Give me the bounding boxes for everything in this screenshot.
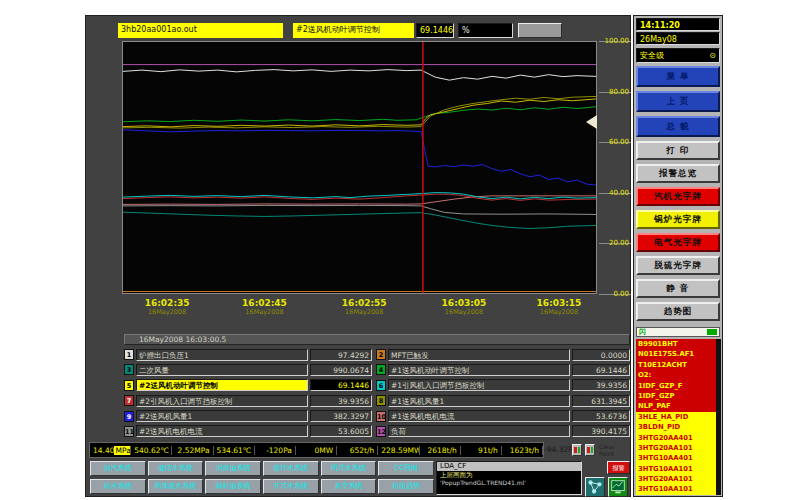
legend-name[interactable]: 负荷 <box>388 425 570 437</box>
legend-name[interactable]: #2送风机动叶调节控制 <box>136 379 308 391</box>
picture-button[interactable]: CC画面 <box>378 461 434 476</box>
picture-button[interactable]: 开式水系统 <box>263 479 319 494</box>
legend-name[interactable]: #1引风机入口调节挡板控制 <box>388 379 570 391</box>
legend-row[interactable]: 2MFT已触发0.0000 <box>376 348 630 361</box>
legend-value: 39.9356 <box>572 379 630 391</box>
legend-name[interactable]: #2引风机入口调节挡板控制 <box>136 395 308 407</box>
sidebar-button-blue[interactable]: 总 貌 <box>636 116 720 137</box>
picture-button[interactable]: 给水系统 <box>90 479 146 494</box>
picture-button[interactable]: 润滑油系统 <box>205 461 261 476</box>
alarm-item-yellow[interactable]: 3HTG20AA101 <box>636 474 716 484</box>
spare-box <box>518 23 562 38</box>
legend-name[interactable]: 二次风量 <box>136 364 308 376</box>
trend-tag-field[interactable]: 3hb20aa001ao.out <box>118 23 283 38</box>
alarm-item-red[interactable]: 1IDF_GZP_F <box>636 381 716 391</box>
indicator-tile[interactable] <box>585 444 595 456</box>
security-level-icon[interactable]: ⊙ <box>709 49 716 62</box>
sidebar-button-red[interactable]: 汽机光字牌 <box>636 187 720 206</box>
picture-button[interactable]: 轴封油系统 <box>205 479 261 494</box>
x-tick-label: 16:03:1516May2008 <box>537 298 582 316</box>
clear-point-label[interactable]: Clear Point <box>599 443 631 457</box>
alarm-tab-bar[interactable]: 闪 <box>636 327 720 337</box>
x-tick-time: 16:02:55 <box>342 298 387 308</box>
legend-value: 631.3945 <box>572 395 630 407</box>
legend-name[interactable]: MFT已触发 <box>388 349 570 361</box>
legend-row[interactable]: 10#1送风机电机电流53.6736 <box>376 410 630 423</box>
legend-row[interactable]: 12负荷390.4175 <box>376 425 630 438</box>
y-tick-label: 80.00 <box>609 88 629 96</box>
legend-row[interactable]: 1炉膛出口负压197.4292 <box>124 348 372 361</box>
alarm-item-red[interactable]: B9901BHT <box>636 339 716 349</box>
alarm-item-red[interactable]: N01E175S.AF1 <box>636 349 716 359</box>
clock: 14:11:20 <box>636 18 720 31</box>
alarm-item-yellow[interactable]: 3HLE_HA_PID <box>636 412 716 422</box>
alarm-item-yellow[interactable]: 3HTG20AA401 <box>636 433 716 443</box>
x-tick-date: 16May2008 <box>442 308 487 316</box>
legend-name[interactable]: #1送风机风量1 <box>388 395 570 407</box>
sidebar-button-gray[interactable]: 报警总览 <box>636 164 720 183</box>
alarm-item-red[interactable]: O2: <box>636 370 716 380</box>
trend-plot[interactable] <box>122 41 597 294</box>
alarm-item-red[interactable]: NLP_PAF <box>636 401 716 411</box>
legend-value: 390.4175 <box>572 425 630 437</box>
legend-color-marker: 4 <box>376 364 386 375</box>
picture-button[interactable]: 高加疏水系统 <box>148 479 204 494</box>
alarm-button[interactable]: 报警 <box>607 461 630 474</box>
sidebar-button-gray[interactable]: 趋势图 <box>636 302 720 321</box>
legend-name[interactable]: #2送风机风量1 <box>136 410 308 422</box>
picture-button[interactable]: 凝结水系统 <box>148 461 204 476</box>
network-icon[interactable] <box>585 477 605 497</box>
trend-curve-3 <box>123 212 596 228</box>
alarm-item-yellow[interactable]: 3HTG10AA101 <box>636 464 716 474</box>
alarm-item-yellow[interactable]: 3BLDN_PID <box>636 422 716 432</box>
picture-button[interactable]: 真空系统 <box>321 479 377 494</box>
alarm-list-scrollbar[interactable] <box>716 339 721 495</box>
sidebar-button-gray[interactable]: 脱硫光字牌 <box>636 256 720 275</box>
sidebar-button-blue[interactable]: 上 页 <box>636 91 720 112</box>
y-tick-label: 100.00 <box>605 37 630 45</box>
sidebar-button-red[interactable]: 电气光字牌 <box>636 233 720 252</box>
picture-button[interactable]: 闭式水系统 <box>321 461 377 476</box>
legend-row[interactable]: 3二次风量990.0674 <box>124 363 372 376</box>
value-pointer-icon[interactable] <box>586 115 597 129</box>
alarm-item-yellow[interactable]: 3HTG10AA101 <box>636 484 716 494</box>
alarm-item-red[interactable]: T10E12ACHT <box>636 360 716 370</box>
legend-color-marker: 5 <box>124 380 134 391</box>
legend-name[interactable]: 炉膛出口负压1 <box>136 349 308 361</box>
trend-curve-5 <box>123 99 596 127</box>
legend-row[interactable]: 4#1送风机动叶调节控制69.1446 <box>376 363 630 376</box>
selected-display-item[interactable]: LDA_CF <box>437 462 581 471</box>
sidebar-button-blue[interactable]: 菜 单 <box>636 66 720 87</box>
legend-row[interactable]: 8#1送风机风量1631.3945 <box>376 394 630 407</box>
status-readout: 540.62℃ <box>131 446 172 455</box>
sidebar-button-gray[interactable]: 打 印 <box>636 141 720 160</box>
alarm-item-yellow[interactable]: 3HTG20AA101 <box>636 443 716 453</box>
legend-row[interactable]: 7#2引风机入口调节挡板控制39.9356 <box>124 394 372 407</box>
alarm-item-yellow[interactable]: 3HTG10AA401 <box>636 453 716 463</box>
legend-name[interactable]: #1送风机动叶调节控制 <box>388 364 570 376</box>
legend-row[interactable]: 5#2送风机动叶调节控制69.1446 <box>124 379 372 392</box>
indicator-tile[interactable] <box>572 444 582 456</box>
legend-row[interactable]: 11#2送风机电机电流53.6005 <box>124 425 372 438</box>
flash-tab-label[interactable]: 闪 <box>639 327 646 337</box>
ack-tab-icon[interactable] <box>707 329 717 335</box>
trend-display-icon[interactable] <box>608 477 628 497</box>
status-readout: 2.52MPa <box>172 446 213 455</box>
cursor-timestamp-bar[interactable]: 16May2008 16:03:00.5 <box>124 334 630 345</box>
status-readout: 652t/h <box>337 446 378 455</box>
display-info-box[interactable]: LDA_CF 上层画面为 'PopupTrendGL.TREND41.ml' <box>436 461 582 495</box>
legend-row[interactable]: 6#1引风机入口调节挡板控制39.9356 <box>376 379 630 392</box>
legend-row[interactable]: 9#2送风机风量1382.3297 <box>124 410 372 423</box>
picture-button-row-2: 给水系统高加疏水系统轴封油系统开式水系统真空系统机组趋势 <box>90 479 434 494</box>
picture-button[interactable]: 抽汽系统 <box>90 461 146 476</box>
picture-button[interactable]: 机组趋势 <box>378 479 434 494</box>
picture-button-row-1: 抽汽系统凝结水系统润滑油系统循环水系统闭式水系统CC画面 <box>90 461 434 476</box>
legend-name[interactable]: #2送风机电机电流 <box>136 425 308 437</box>
sidebar-button-gray[interactable]: 静 音 <box>636 279 720 298</box>
picture-button[interactable]: 循环水系统 <box>263 461 319 476</box>
legend-name[interactable]: #1送风机电机电流 <box>388 410 570 422</box>
legend-value: 0.0000 <box>572 349 630 361</box>
trend-description-field[interactable]: #2送风机动叶调节控制 <box>293 23 414 38</box>
alarm-item-red[interactable]: 1IDF_GZP <box>636 391 716 401</box>
sidebar-button-yellow[interactable]: 锅炉光字牌 <box>636 210 720 229</box>
